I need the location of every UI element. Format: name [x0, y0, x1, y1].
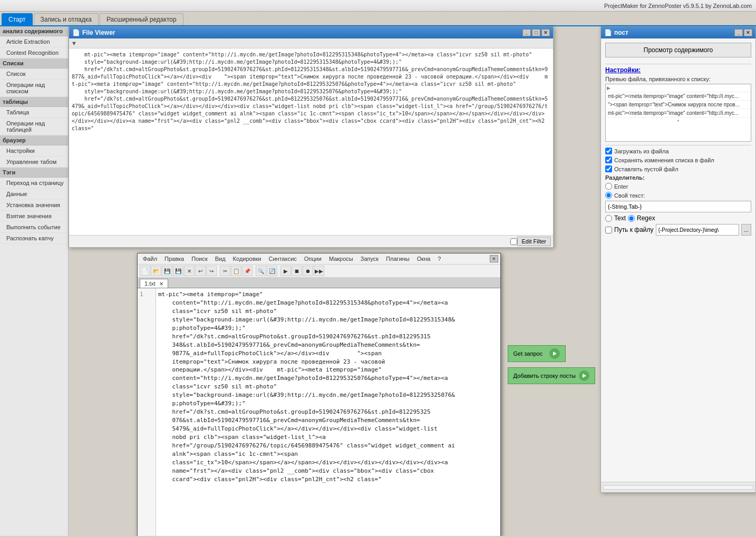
file-viewer-title-bar: 📄 File Viewer _ □ ✕: [69, 27, 553, 38]
tool-find[interactable]: 🔍: [256, 266, 266, 276]
tool-replace[interactable]: 🔄: [267, 266, 277, 276]
sidebar-item-navigate[interactable]: Переход на страницу: [0, 178, 68, 189]
load-from-file-checkbox[interactable]: [605, 148, 612, 154]
regex-label: Regex: [637, 214, 655, 222]
radio-enter[interactable]: [605, 183, 612, 190]
list-row-3[interactable]: mt-pic"><meta itemprop="image" content="…: [606, 109, 751, 118]
panel-file-icon: 📄: [604, 29, 612, 36]
sidebar-item-data[interactable]: Данные: [0, 189, 68, 200]
tool-paste[interactable]: 📌: [242, 266, 253, 276]
menu-edit[interactable]: Правка: [161, 255, 187, 263]
sidebar-item-get-value[interactable]: Взятие значения: [0, 211, 68, 222]
list-row-2[interactable]: "><span itemprop="text">Снимок хирурга п…: [606, 101, 751, 109]
tool-save-all[interactable]: 💾: [173, 266, 183, 276]
filter-checkbox[interactable]: [510, 238, 517, 245]
tool-1[interactable]: ▶: [280, 266, 291, 276]
menu-plugins[interactable]: Плагины: [383, 255, 413, 263]
file-icon: 📄: [72, 29, 80, 36]
tool-open[interactable]: 📂: [151, 266, 161, 276]
editor-close-button[interactable]: ✕: [490, 255, 498, 262]
list-row-1[interactable]: mt-pic"><meta itemprop="image" content="…: [606, 92, 751, 101]
sidebar-item-tab-control[interactable]: Управление табом: [0, 157, 68, 168]
radio-regex[interactable]: [628, 215, 635, 222]
tool-undo[interactable]: ↩: [195, 266, 206, 276]
sidebar-item-settings[interactable]: Настройки: [0, 145, 68, 157]
horizontal-scrollbar[interactable]: [603, 485, 753, 490]
separator-1: [605, 64, 751, 64]
close-button[interactable]: ✕: [541, 29, 550, 36]
menu-encoding[interactable]: Кодировки: [230, 255, 265, 263]
file-viewer-title: File Viewer: [82, 29, 115, 36]
file-viewer-footer: Edit Filter: [69, 235, 553, 247]
menu-help[interactable]: ?: [434, 255, 444, 263]
path-input[interactable]: [656, 224, 739, 236]
get-request-node[interactable]: Get запрос: [508, 345, 566, 362]
save-changes-checkbox[interactable]: [605, 157, 612, 163]
minimize-button[interactable]: _: [522, 29, 531, 36]
tool-close[interactable]: ✕: [184, 266, 195, 276]
sidebar-item-article-extraction[interactable]: Article Extraction: [0, 36, 68, 47]
tool-copy[interactable]: 📋: [231, 266, 241, 276]
keep-empty-checkbox[interactable]: [605, 165, 612, 172]
sidebar-item-list-ops[interactable]: Операции над списком: [0, 80, 68, 97]
tool-3[interactable]: ⏺: [303, 266, 313, 276]
tool-cut[interactable]: ✂: [220, 266, 230, 276]
edit-filter-button[interactable]: Edit Filter: [517, 237, 551, 246]
add-row-node[interactable]: Добавить строку посты: [508, 367, 595, 384]
sidebar-header-tables: таблицы: [0, 97, 68, 107]
left-sidebar: анализ содержимого Article Extraction Co…: [0, 26, 69, 536]
menu-run[interactable]: Запуск: [357, 255, 382, 263]
right-panel-controls: _ ✕: [734, 29, 752, 36]
sidebar-header-analysis: анализ содержимого: [0, 26, 68, 36]
sidebar-item-table[interactable]: Таблица: [0, 107, 68, 118]
separator-section-label: Разделитель:: [605, 174, 751, 181]
checkbox-load-from-file: Загружать из файла: [605, 148, 751, 154]
tab-advanced[interactable]: Расширенный редактор: [100, 13, 183, 25]
tab-start[interactable]: Старт: [2, 13, 33, 25]
tool-4[interactable]: ▶▶: [314, 266, 324, 276]
line-numbers: 1: [138, 288, 156, 536]
tool-new[interactable]: 📄: [140, 266, 150, 276]
sidebar-item-captcha[interactable]: Распознать капчу: [0, 233, 68, 244]
text-label: Text: [614, 214, 626, 222]
menu-search[interactable]: Поиск: [188, 255, 210, 263]
file-viewer-content: mt-pic"><meta itemprop="image" content="…: [69, 48, 553, 235]
menu-windows[interactable]: Окна: [414, 255, 434, 263]
sidebar-item-context-recognition[interactable]: Context Recognition: [0, 47, 68, 58]
code-area[interactable]: mt-pic"><meta itemprop="image" content="…: [156, 288, 500, 536]
right-panel-minimize[interactable]: _: [734, 29, 743, 36]
tool-save[interactable]: 💾: [162, 266, 172, 276]
checkbox-keep-empty: Оставлять пустой файл: [605, 165, 751, 172]
menu-file[interactable]: Файл: [140, 255, 160, 263]
file-list-box[interactable]: ▶ mt-pic"><meta itemprop="image" content…: [605, 84, 751, 142]
tool-redo[interactable]: ↪: [206, 266, 217, 276]
flow-nodes: Get запрос Добавить строку посты: [508, 345, 595, 384]
tool-2[interactable]: ⏹: [292, 266, 302, 276]
menu-options[interactable]: Опции: [301, 255, 325, 263]
sidebar-item-set-value[interactable]: Установка значения: [0, 200, 68, 211]
menu-macros[interactable]: Макросы: [326, 255, 356, 263]
radio-text[interactable]: [605, 215, 612, 222]
sidebar-item-event[interactable]: Выполнить событие: [0, 222, 68, 233]
load-from-file-label: Загружать из файла: [614, 148, 669, 154]
maximize-button[interactable]: □: [532, 29, 540, 36]
sidebar-item-table-ops[interactable]: Операции над таблицей: [0, 118, 68, 135]
preview-button[interactable]: Просмотр содержимого: [605, 43, 751, 57]
tab-record[interactable]: Запись и отладка: [34, 13, 99, 25]
right-panel: 📄 пост _ ✕ Просмотр содержимого Настройк…: [600, 26, 756, 493]
settings-link[interactable]: Настройки:: [605, 66, 751, 74]
editor-tab-close-icon[interactable]: ✕: [159, 281, 163, 287]
browse-button[interactable]: ...: [741, 224, 751, 236]
right-panel-close[interactable]: ✕: [744, 29, 752, 36]
custom-separator-input[interactable]: [605, 201, 751, 212]
get-request-icon: [549, 348, 560, 359]
menu-view[interactable]: Вид: [212, 255, 229, 263]
radio-custom[interactable]: [605, 192, 612, 199]
radio-enter-row: Enter: [605, 183, 751, 190]
path-checkbox[interactable]: [605, 227, 612, 233]
editor-tab-1txt[interactable]: 1.txt ✕: [140, 279, 168, 288]
menu-syntax[interactable]: Синтаксис: [266, 255, 300, 263]
keep-empty-label: Оставлять пустой файл: [614, 166, 679, 172]
sidebar-item-list[interactable]: Список: [0, 69, 68, 80]
line-number-1: 1: [140, 290, 153, 299]
